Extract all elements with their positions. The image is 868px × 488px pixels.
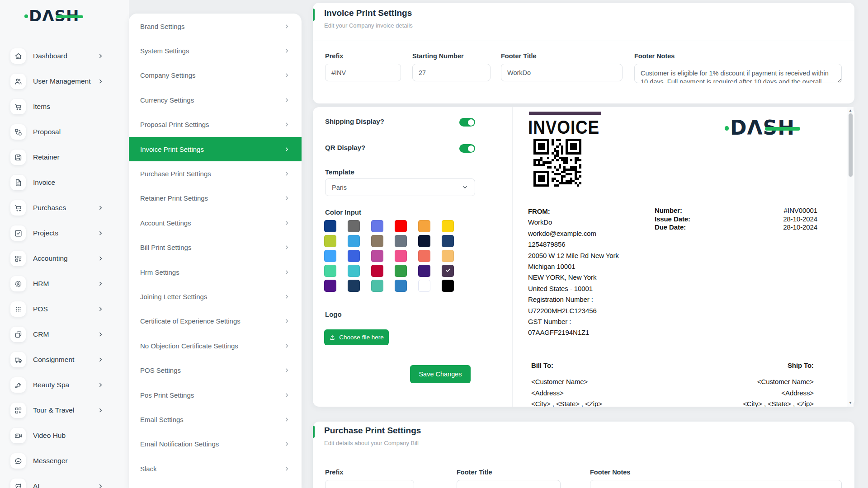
color-swatch-0d3c86[interactable] [324,220,336,232]
settings-nav-item-hrm-settings[interactable]: Hrm Settings [129,260,302,284]
chevron-right-icon [284,343,290,349]
settings-nav-item-certificate-of-experience-settings[interactable]: Certificate of Experience Settings [129,309,302,333]
sidebar-item-retainer[interactable]: Retainer [0,145,129,170]
sidebar-item-crm[interactable]: CRM [0,322,129,347]
starting-number-input[interactable] [412,64,491,81]
color-swatch-000000[interactable] [442,280,454,292]
color-swatch-6677e8[interactable] [371,220,383,232]
color-swatch-8c7a64[interactable] [371,235,383,247]
footer-title-field: Footer Title [501,52,623,81]
color-swatch-4dc0a8[interactable] [371,280,383,292]
color-swatch-511389[interactable] [324,280,336,292]
settings-nav-item-email-settings[interactable]: Email Settings [129,407,302,432]
color-swatch-bb4b9e[interactable] [371,250,383,262]
color-swatch-ffffff[interactable] [418,280,430,292]
scroll-down-arrow-icon[interactable]: ▼ [847,401,854,405]
purchase-footer-notes-field: Footer Notes [590,469,842,488]
chevron-right-icon [284,122,290,127]
color-swatch-46d6a0[interactable] [324,265,336,277]
sidebar-item-proposal[interactable]: Proposal [0,119,129,145]
color-swatch-1d3f6e[interactable] [442,235,454,247]
footer-notes-textarea[interactable] [634,64,842,83]
grid-plus-icon [10,403,26,418]
color-swatch-fa0000[interactable] [395,220,407,232]
color-swatch-3d1a78[interactable] [418,265,430,277]
settings-nav-item-email-notification-settings[interactable]: Email Notification Settings [129,432,302,456]
color-swatch-3fa5fb[interactable] [324,250,336,262]
preview-parties-block: Bill To: Ship To: <Customer Name><Custom… [531,361,814,407]
logo-dot-icon [725,126,729,131]
sidebar-item-projects[interactable]: Projects [0,221,129,246]
selected-color-swatch[interactable] [442,265,454,277]
sidebar-item-label: CRM [33,330,49,338]
color-swatch-b7cc33[interactable] [324,235,336,247]
settings-nav-item-retainer-print-settings[interactable]: Retainer Print Settings [129,186,302,211]
color-swatch-6a6a6a[interactable] [348,220,360,232]
from-line: GST Number : [528,316,664,327]
settings-nav-item-pos-print-settings[interactable]: Pos Print Settings [129,383,302,407]
settings-nav-item-account-settings[interactable]: Account Settings [129,211,302,235]
sidebar-item-invoice[interactable]: Invoice [0,170,129,195]
color-swatch-0a1633[interactable] [418,235,430,247]
purchase-footer-notes-input[interactable] [590,480,842,488]
color-swatch-f1508c[interactable] [395,250,407,262]
sidebar-item-dashboard[interactable]: Dashboard [0,43,129,69]
prefix-label: Prefix [325,52,401,60]
color-swatch-1a3a5f[interactable] [348,280,360,292]
settings-nav-item-invoice-print-settings[interactable]: Invoice Print Settings [129,137,302,161]
save-changes-button[interactable]: Save Changes [410,365,471,383]
settings-nav-item-purchase-print-settings[interactable]: Purchase Print Settings [129,161,302,186]
settings-nav-item-company-settings[interactable]: Company Settings [129,63,302,88]
sidebar-item-video-hub[interactable]: Video Hub [0,423,129,448]
settings-nav-item-bill-print-settings[interactable]: Bill Print Settings [129,235,302,260]
sidebar-item-accounting[interactable]: Accounting [0,246,129,271]
color-swatch-f7c06e[interactable] [442,250,454,262]
color-swatch-3fc3cd[interactable] [348,265,360,277]
sidebar-item-tour-travel[interactable]: Tour & Travel [0,398,129,423]
color-swatch-c00335[interactable] [371,265,383,277]
sidebar-item-pos[interactable]: POS [0,296,129,322]
footer-title-input[interactable] [501,64,623,81]
settings-nav-item-no-objection-certificate-settings[interactable]: No Objection Certificate Settings [129,333,302,358]
settings-nav-item-currency-settings[interactable]: Currency Settings [129,88,302,112]
scroll-up-arrow-icon[interactable]: ▲ [847,108,854,113]
color-swatch-2f80c2[interactable] [395,280,407,292]
choose-file-button[interactable]: Choose file here [324,329,389,345]
qr-display-toggle[interactable] [459,144,475,153]
color-swatch-39a5e4[interactable] [348,235,360,247]
settings-nav-item-slack[interactable]: Slack [129,456,302,481]
purchase-footer-title-input[interactable] [457,480,561,488]
shipping-display-toggle[interactable] [459,118,475,127]
color-swatch-fcd50e[interactable] [442,220,454,232]
color-swatch-6b7682[interactable] [395,235,407,247]
settings-nav-item-joining-letter-settings[interactable]: Joining Letter Settings [129,284,302,309]
color-swatch-3a63e0[interactable] [348,250,360,262]
purchase-prefix-input[interactable] [325,480,414,488]
sidebar-item-user-management[interactable]: User Management [0,69,129,94]
settings-nav-item-pos-settings[interactable]: POS Settings [129,358,302,382]
settings-nav-item-label: Bill Print Settings [140,244,191,251]
sidebar-item-purchases[interactable]: Purchases [0,195,129,221]
sidebar-item-messenger[interactable]: Messenger [0,448,129,474]
color-swatch-f6a43d[interactable] [418,220,430,232]
settings-nav-item-proposal-print-settings[interactable]: Proposal Print Settings [129,113,302,137]
sidebar-item-hrm[interactable]: HRM [0,271,129,296]
meta-row: Due Date:28-10-2024 [655,223,817,232]
app-logo[interactable]: DΛSH [29,8,79,23]
color-swatch-f2705e[interactable] [418,250,430,262]
sidebar-item-consignment[interactable]: Consignment [0,347,129,372]
sidebar-item-ai[interactable]: AI [0,474,129,488]
sidebar-item-items[interactable]: Items [0,94,129,119]
bill-to-line: <Address> [531,388,564,399]
preview-meta-block: Number:#INV00001Issue Date:28-10-2024Due… [655,206,817,232]
settings-nav-item-brand-settings[interactable]: Brand Settings [129,14,302,38]
chevron-right-icon [98,79,104,84]
color-swatch-329e47[interactable] [395,265,407,277]
template-select[interactable]: Paris [325,178,475,196]
bill-to-line: <City> , <State> , <Zip> [531,399,602,407]
settings-nav-item-system-settings[interactable]: System Settings [129,38,302,63]
scrollbar-thumb[interactable] [849,113,853,177]
from-line: Registration Number : [528,294,664,305]
sidebar-item-beauty-spa[interactable]: Beauty Spa [0,372,129,398]
prefix-input[interactable] [325,64,401,81]
